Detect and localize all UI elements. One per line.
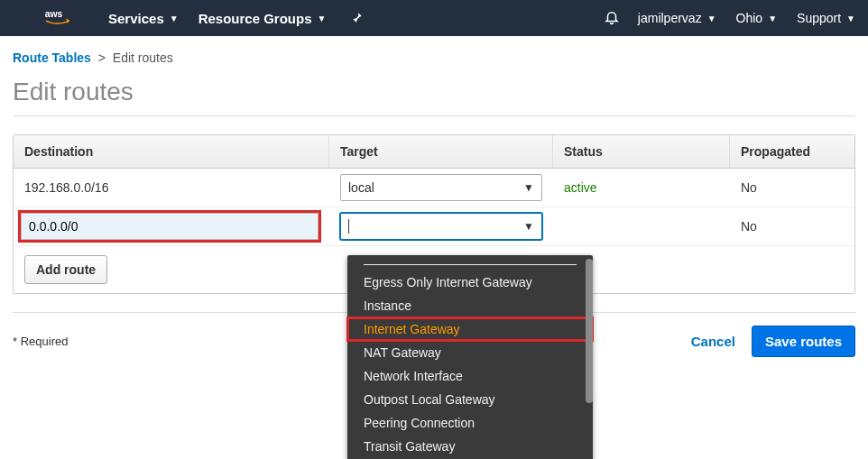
chevron-down-icon: ▼: [170, 14, 179, 23]
dropdown-item-outpost-local-gateway[interactable]: Outpost Local Gateway: [347, 388, 593, 411]
chevron-down-icon: ▼: [318, 14, 327, 23]
chevron-down-icon: ▼: [707, 14, 716, 23]
target-dropdown: Egress Only Internet Gateway Instance In…: [347, 255, 593, 459]
resource-groups-label: Resource Groups: [199, 11, 312, 26]
dropdown-item-egress-only-igw[interactable]: Egress Only Internet Gateway: [347, 271, 593, 294]
destination-input[interactable]: [29, 219, 310, 234]
target-select[interactable]: local ▼: [340, 174, 542, 201]
chevron-down-icon: ▼: [768, 14, 777, 23]
table-header-row: Destination Target Status Propagated: [14, 135, 854, 169]
page-title: Edit routes: [0, 74, 868, 115]
breadcrumb-separator: >: [98, 50, 106, 65]
dropdown-item-internet-gateway[interactable]: Internet Gateway: [347, 317, 593, 341]
user-label: jamilpervaz: [638, 11, 702, 25]
dropdown-scrollbar[interactable]: [586, 259, 593, 403]
cell-propagated: No: [730, 214, 854, 239]
notifications-icon[interactable]: [604, 9, 620, 28]
cancel-button[interactable]: Cancel: [691, 334, 735, 349]
col-header-target: Target: [329, 135, 553, 168]
destination-input-wrap: [21, 213, 319, 240]
cell-destination: 192.168.0.0/16: [14, 175, 329, 200]
chevron-down-icon: ▼: [523, 220, 534, 233]
table-row: ▼ No: [14, 207, 854, 246]
col-header-destination: Destination: [14, 135, 329, 168]
title-divider: [13, 115, 855, 116]
support-label: Support: [797, 11, 841, 25]
top-nav: aws Services ▼ Resource Groups ▼ jamilpe…: [0, 0, 868, 36]
user-menu[interactable]: jamilpervaz ▼: [638, 11, 716, 25]
support-menu[interactable]: Support ▼: [797, 11, 855, 25]
services-label: Services: [108, 11, 164, 26]
breadcrumb: Route Tables > Edit routes: [0, 36, 868, 74]
cell-propagated: No: [730, 175, 854, 200]
region-menu[interactable]: Ohio ▼: [736, 11, 777, 25]
target-select-value: local: [348, 180, 374, 195]
text-cursor: [348, 219, 349, 234]
required-note: * Required: [13, 335, 68, 348]
dropdown-item-instance[interactable]: Instance: [347, 294, 593, 317]
svg-text:aws: aws: [45, 9, 63, 19]
dropdown-item-nat-gateway[interactable]: NAT Gateway: [347, 341, 593, 364]
cell-status: active: [553, 175, 730, 200]
cell-target: ▼: [329, 207, 553, 245]
col-header-status: Status: [553, 135, 730, 168]
chevron-down-icon: ▼: [846, 14, 855, 23]
dropdown-item-network-interface[interactable]: Network Interface: [347, 364, 593, 388]
target-select[interactable]: ▼: [340, 213, 542, 240]
save-routes-button[interactable]: Save routes: [752, 326, 855, 357]
services-menu[interactable]: Services ▼: [108, 11, 179, 26]
dropdown-divider: [364, 264, 577, 265]
resource-groups-menu[interactable]: Resource Groups ▼: [199, 11, 327, 26]
pin-icon[interactable]: [351, 11, 364, 26]
dropdown-item-transit-gateway[interactable]: Transit Gateway: [347, 435, 593, 458]
breadcrumb-route-tables[interactable]: Route Tables: [13, 50, 91, 65]
cell-target: local ▼: [329, 169, 553, 207]
breadcrumb-current: Edit routes: [113, 50, 173, 65]
chevron-down-icon: ▼: [523, 181, 534, 194]
cell-destination: [14, 207, 329, 245]
cell-status: [553, 221, 730, 232]
region-label: Ohio: [736, 11, 763, 25]
dropdown-item-peering-connection[interactable]: Peering Connection: [347, 411, 593, 435]
add-route-button[interactable]: Add route: [24, 255, 107, 284]
aws-logo[interactable]: aws: [40, 8, 83, 28]
table-row: 192.168.0.0/16 local ▼ active No: [14, 169, 854, 207]
col-header-propagated: Propagated: [730, 135, 854, 168]
